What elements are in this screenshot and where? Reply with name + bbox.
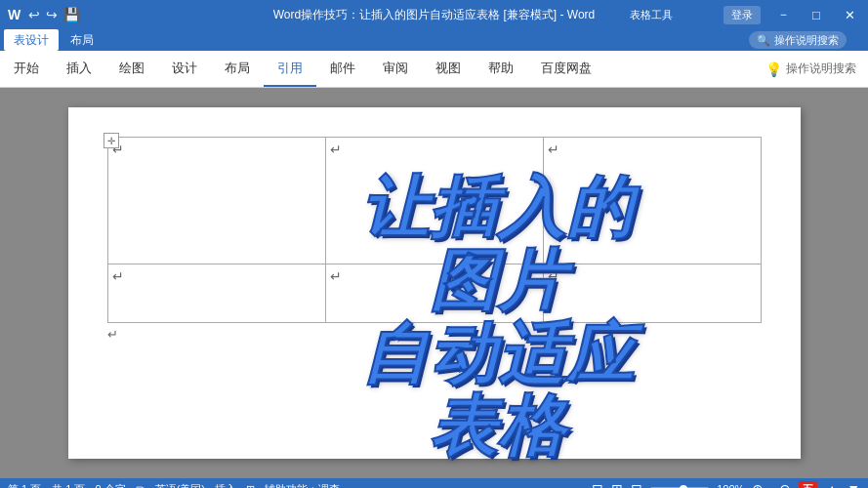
title-bar-left: W ↩ ↪ 💾	[8, 7, 80, 22]
table-tools-label: 表格工具	[630, 0, 673, 29]
title-bar: W ↩ ↪ 💾 Word操作技巧：让插入的图片自动适应表格 [兼容模式] - W…	[0, 0, 868, 29]
accessibility-text: 辅助功能：调查	[265, 482, 340, 489]
layout-icon: ⊞	[246, 483, 255, 489]
menu-tab-start[interactable]: 开始	[0, 51, 53, 87]
paragraph-mark: ↵	[112, 268, 124, 284]
menu-bar: 开始 插入 绘图 设计 布局 引用 邮件 审阅 视图 帮助 百度网盘 💡 操作说…	[0, 51, 868, 88]
edit-icon: ✏	[136, 482, 145, 488]
menu-tab-review[interactable]: 审阅	[369, 51, 422, 87]
zoom-in-icon[interactable]: ⊕	[752, 481, 764, 488]
minimize-panel-icon[interactable]: ▼	[847, 481, 860, 488]
title-bar-title: Word操作技巧：让插入的图片自动适应表格 [兼容模式] - Word	[273, 7, 596, 23]
table-move-handle[interactable]: ✛	[103, 133, 119, 148]
zoom-out-icon[interactable]: ⊖	[779, 481, 791, 488]
paragraph-mark: ↵	[548, 142, 559, 157]
menu-tab-design[interactable]: 设计	[158, 51, 211, 87]
tab-table-design[interactable]: 表设计	[4, 29, 59, 51]
maximize-button[interactable]: □	[806, 4, 827, 25]
word-logo: W	[8, 7, 21, 22]
menu-search-area[interactable]: 💡 操作说明搜索	[754, 51, 868, 87]
menu-tab-baidu[interactable]: 百度网盘	[527, 51, 605, 87]
wps-logo: 五	[799, 481, 817, 489]
title-bar-right: 登录 － □ ✕	[723, 4, 860, 25]
table-cell: ↵	[107, 138, 325, 264]
status-left: 第 1 页，共 1 页 0 个字 ✏ 英语(美国) 插入 ⊞ 辅助功能：调查	[8, 482, 340, 489]
menu-search-text: 操作说明搜索	[786, 61, 856, 77]
paragraph-mark: ↵	[330, 268, 342, 284]
ribbon-search[interactable]: 🔍 操作说明搜索	[749, 31, 847, 49]
language: 英语(美国)	[155, 482, 205, 489]
undo-button[interactable]: ↩	[28, 7, 40, 22]
table-tools-ribbon: 表设计 布局 🔍 操作说明搜索	[0, 29, 868, 51]
quick-access: ↩ ↪ 💾	[28, 7, 80, 22]
menu-tab-mail[interactable]: 邮件	[316, 51, 369, 87]
table-row: ↵ ↵ ↵	[107, 264, 761, 323]
status-right: ⊡ ⊞ ⊟ 100% ⊕ ⊖ 五 ▲ ▼	[592, 481, 860, 489]
minimize-button[interactable]: －	[772, 4, 794, 25]
close-button[interactable]: ✕	[839, 4, 860, 25]
page-info: 第 1 页，共 1 页	[8, 482, 85, 489]
menu-tab-insert[interactable]: 插入	[53, 51, 105, 87]
menu-tab-reference[interactable]: 引用	[264, 51, 316, 87]
table-cell: ↵	[325, 138, 543, 264]
paragraph-mark: ↵	[330, 142, 342, 157]
status-bar: 第 1 页，共 1 页 0 个字 ✏ 英语(美国) 插入 ⊞ 辅助功能：调查 ⊡…	[0, 478, 868, 488]
ribbon-search-text: 操作说明搜索	[774, 33, 839, 48]
menu-tab-view[interactable]: 视图	[422, 51, 475, 87]
document-table: ↵ ↵ ↵ ↵ ↵ ↵	[107, 137, 762, 323]
zoom-level: 100%	[717, 483, 744, 488]
table-row: ↵ ↵ ↵	[107, 138, 761, 264]
view-web-icon[interactable]: ⊟	[631, 481, 642, 488]
view-reading-icon[interactable]: ⊞	[611, 481, 623, 488]
redo-button[interactable]: ↪	[46, 7, 58, 22]
expand-icon[interactable]: ▲	[825, 481, 839, 488]
page: ✛ ↵ ↵ ↵ ↵ ↵ ↵	[68, 107, 801, 459]
insert-mode: 插入	[215, 482, 236, 489]
table-cell: ↵	[543, 264, 761, 323]
paragraph-mark-below: ↵	[107, 327, 762, 342]
paragraph-mark: ↵	[548, 268, 559, 284]
table-cell: ↵	[543, 138, 761, 264]
word-count: 0 个字	[95, 482, 125, 489]
view-normal-icon[interactable]: ⊡	[592, 481, 603, 488]
tab-table-layout[interactable]: 布局	[61, 29, 103, 51]
menu-tab-layout[interactable]: 布局	[211, 51, 264, 87]
table-cell: ↵	[325, 264, 543, 323]
lightbulb-icon: 💡	[765, 61, 782, 77]
document-area: ✛ ↵ ↵ ↵ ↵ ↵ ↵	[0, 88, 868, 478]
search-icon: 🔍	[757, 34, 770, 47]
table-cell: ↵	[107, 264, 325, 323]
menu-tab-draw[interactable]: 绘图	[105, 51, 158, 87]
menu-tab-help[interactable]: 帮助	[475, 51, 527, 87]
save-button[interactable]: 💾	[63, 7, 80, 22]
login-button[interactable]: 登录	[723, 6, 761, 24]
